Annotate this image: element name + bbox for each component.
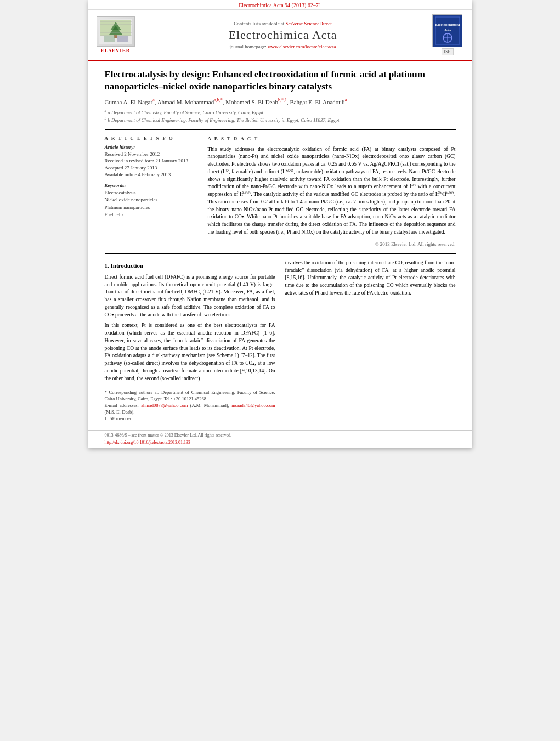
doi-link[interactable]: http://dx.doi.org/10.1016/j.electacta.20… [105, 440, 191, 445]
article-info-header: A R T I C L E I N F O [105, 135, 198, 141]
article-title: Electrocatalysis by design: Enhanced ele… [105, 69, 456, 93]
intro-para-2: In this context, Pt is considered as one… [105, 322, 275, 382]
footnotes: * Corresponding authors at: Department o… [105, 387, 275, 422]
keywords-list: Electrocatalysis Nickel oxide nanopartic… [105, 189, 198, 219]
keyword-3: Platinum nanoparticles [105, 204, 198, 212]
article-info-col: A R T I C L E I N F O Article history: R… [105, 135, 198, 248]
copyright: © 2013 Elsevier Ltd. All rights reserved… [208, 241, 456, 248]
ise-badge: ISE [442, 48, 454, 55]
left-body-col: 1. Introduction Direct formic acid fuel … [105, 259, 275, 422]
svg-rect-6 [117, 36, 128, 42]
journal-header: ELSEVIER Contents lists available at Sci… [88, 10, 472, 61]
article-content: Electrocatalysis by design: Enhanced ele… [88, 61, 472, 430]
right-para-1: involves the oxidation of the poisoning … [285, 259, 456, 297]
abstract-col: A B S T R A C T This study addresses the… [208, 135, 456, 248]
section-divider [105, 253, 456, 254]
affiliations: a a Department of Chemistry, Faculty of … [105, 109, 456, 123]
journal-cover-right: Electrochimica Acta ISE [428, 14, 467, 55]
journal-citation: Electrochimica Acta 94 (2013) 62–71 [88, 0, 472, 10]
article-info-abstract: A R T I C L E I N F O Article history: R… [105, 129, 456, 248]
issn-text: 0013-4686/$ – see front matter © 2013 El… [105, 433, 232, 438]
homepage-link[interactable]: www.elsevier.com/locate/electacta [268, 44, 336, 49]
svg-text:Acta: Acta [444, 29, 451, 32]
email-1-person: (A.M. Mohammad), [190, 403, 229, 408]
revised-date: Received in revised form 21 January 2013 [105, 157, 198, 165]
journal-cover-image: Electrochimica Acta [432, 14, 462, 47]
ise-note: 1 ISE member. [105, 416, 275, 422]
svg-rect-1 [100, 20, 131, 36]
elsevier-logo-image [97, 16, 135, 47]
right-body-col: involves the oxidation of the poisoning … [285, 259, 456, 422]
journal-center: Contents lists available at SciVerse Sci… [138, 21, 428, 49]
journal-title: Electrochimica Acta [143, 28, 423, 42]
sciverse-link[interactable]: SciVerse ScienceDirect [286, 21, 332, 26]
bottom-bar: 0013-4686/$ – see front matter © 2013 El… [88, 430, 472, 440]
keyword-2: Nickel oxide nanoparticles [105, 196, 198, 204]
corresponding-note: * Corresponding authors at: Department o… [105, 389, 275, 403]
sciverse-line: Contents lists available at SciVerse Sci… [143, 21, 423, 26]
svg-rect-4 [114, 35, 117, 38]
email-notes: E-mail addresses: ahmad0873@yahoo.com (A… [105, 403, 275, 416]
keywords-group: Keywords: Electrocatalysis Nickel oxide … [105, 183, 198, 219]
email-2[interactable]: msaada48@yahoo.com [231, 403, 275, 408]
received-date: Received 2 November 2012 [105, 151, 198, 158]
history-label: Article history: [105, 144, 198, 150]
svg-marker-3 [109, 26, 122, 35]
keyword-1: Electrocatalysis [105, 189, 198, 197]
keywords-label: Keywords: [105, 183, 198, 188]
intro-title: 1. Introduction [105, 262, 275, 270]
svg-marker-2 [110, 22, 121, 30]
authors: Gumaa A. El-Nagara, Ahmad M. Mohammada,b… [105, 97, 456, 106]
svg-rect-5 [104, 36, 115, 42]
abstract-text: This study addresses the electrocatalyti… [208, 146, 456, 236]
intro-para-1: Direct formic acid fuel cell (DFAFC) is … [105, 274, 275, 319]
keyword-4: Fuel cells [105, 211, 198, 219]
elsevier-label: ELSEVIER [101, 48, 131, 53]
elsevier-logo: ELSEVIER [94, 16, 138, 53]
email-2-person: (M.S. El-Deab). [105, 409, 135, 415]
article-history: Article history: Received 2 November 201… [105, 144, 198, 178]
email-label: E-mail addresses: [105, 403, 139, 408]
svg-text:Electrochimica: Electrochimica [435, 22, 460, 27]
online-date: Available online 4 February 2013 [105, 171, 198, 178]
email-1[interactable]: ahmad0873@yahoo.com [141, 403, 188, 408]
body-two-col: 1. Introduction Direct formic acid fuel … [105, 259, 456, 422]
journal-homepage: journal homepage: www.elsevier.com/locat… [143, 44, 423, 49]
abstract-header: A B S T R A C T [208, 135, 456, 143]
accepted-date: Accepted 27 January 2013 [105, 165, 198, 172]
